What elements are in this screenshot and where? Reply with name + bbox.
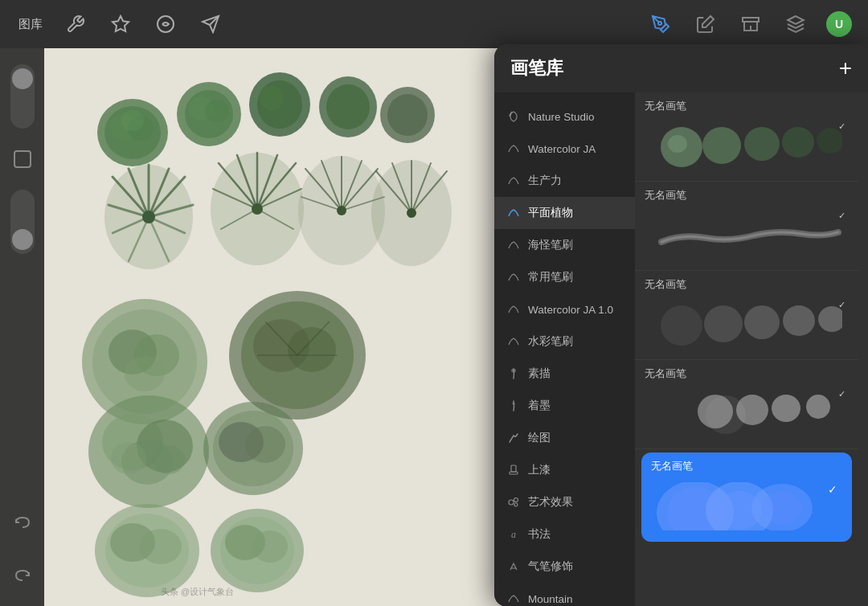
category-calligraphy[interactable]: a 书法 [494, 518, 635, 551]
svg-point-114 [744, 305, 780, 339]
svg-point-128 [763, 491, 801, 525]
svg-point-71 [125, 356, 165, 391]
size-slider[interactable] [10, 190, 35, 254]
top-toolbar: 图库 [0, 0, 868, 48]
svg-point-104 [514, 503, 518, 506]
smudge-icon[interactable] [151, 10, 180, 39]
category-productivity[interactable]: 生产力 [494, 165, 635, 197]
category-airbrush[interactable]: 气笔修饰 [494, 551, 635, 583]
avatar[interactable]: U [826, 11, 852, 37]
category-label: 艺术效果 [528, 495, 573, 510]
brush-name-3: 无名画笔 [645, 277, 849, 292]
add-brush-button[interactable]: + [839, 57, 852, 80]
watercolor-brush-icon [506, 334, 522, 350]
svg-rect-101 [510, 472, 518, 474]
svg-point-22 [260, 85, 284, 111]
category-paint[interactable]: 上漆 [494, 454, 635, 486]
category-label: 海怪笔刷 [528, 238, 573, 252]
brush-preview-2: ✓ [645, 207, 849, 264]
undo-button[interactable] [8, 508, 37, 537]
svg-rect-6 [743, 18, 759, 22]
svg-point-97 [252, 530, 288, 563]
watercolor-ja10-icon [506, 301, 522, 317]
brush-list: 无名画笔 ✓ [635, 92, 858, 606]
category-sketch[interactable]: 素描 [494, 358, 635, 390]
art-effects-icon [506, 494, 522, 510]
calligraphy-icon: a [506, 526, 522, 543]
svg-point-112 [661, 305, 702, 346]
svg-point-89 [245, 426, 285, 463]
svg-point-107 [668, 135, 687, 153]
flat-plants-icon [506, 205, 522, 221]
category-drawing[interactable]: 绘图 [494, 422, 635, 454]
redo-button[interactable] [8, 561, 37, 590]
svg-point-75 [288, 327, 336, 372]
category-label: Nature Studio [528, 111, 595, 123]
svg-point-102 [509, 500, 514, 505]
opacity-slider[interactable] [10, 64, 35, 129]
category-watercolor-brush[interactable]: 水彩笔刷 [494, 326, 635, 358]
brush-preview-1: ✓ [645, 118, 849, 174]
svg-point-93 [140, 529, 182, 564]
category-label: 上漆 [528, 463, 551, 477]
send-icon[interactable] [196, 10, 225, 39]
watermark: 头条 @设计气象台 [161, 586, 234, 598]
svg-point-26 [387, 94, 428, 136]
svg-marker-8 [788, 16, 804, 24]
magic-icon[interactable] [106, 10, 135, 39]
nature-studio-icon [506, 109, 522, 125]
category-watercolor-ja[interactable]: Watercolor JA [494, 133, 635, 165]
svg-point-66 [407, 208, 416, 218]
category-label: 平面植物 [528, 206, 573, 220]
productivity-icon [506, 173, 522, 189]
brush-panel: 画笔库 + Nature Studio [494, 44, 868, 606]
brush-item-4[interactable]: 无名画笔 ✓ [635, 360, 858, 449]
left-sidebar [0, 48, 44, 606]
brush-preview-5: ✓ [651, 478, 842, 534]
category-ink[interactable]: 着墨 [494, 390, 635, 422]
toolbar-right: U [646, 10, 852, 39]
layers-icon[interactable] [781, 10, 810, 39]
svg-point-24 [326, 84, 370, 129]
eraser-icon[interactable] [736, 10, 765, 39]
category-flat-plants[interactable]: 平面植物 [494, 197, 635, 229]
brush-item-5[interactable]: 无名画笔 ✓ [641, 452, 852, 542]
brush-item-3[interactable]: 无名画笔 ✓ [635, 271, 858, 360]
brush-item-1[interactable]: 无名画笔 ✓ [635, 92, 858, 182]
gallery-button[interactable]: 图库 [16, 10, 45, 39]
brush-preview-3: ✓ [645, 297, 849, 353]
svg-point-103 [514, 498, 518, 502]
airbrush-icon [506, 559, 522, 575]
brush-name-5: 无名画笔 [651, 459, 842, 473]
category-common-brush[interactable]: 常用笔刷 [494, 261, 635, 293]
category-watercolor-ja-10[interactable]: Watercolor JA 1.0 [494, 293, 635, 326]
category-mountain[interactable]: Mountain [494, 583, 635, 606]
svg-point-84 [111, 442, 146, 474]
category-nature-studio[interactable]: Nature Studio [494, 100, 635, 133]
category-monster-brush[interactable]: 海怪笔刷 [494, 229, 635, 261]
category-art-effects[interactable]: 艺术效果 [494, 486, 635, 518]
category-label: 水彩笔刷 [528, 334, 573, 349]
color-square[interactable] [8, 145, 37, 174]
toolbar-left: 图库 [16, 10, 225, 39]
category-label: Watercolor JA [528, 143, 596, 155]
svg-point-59 [337, 206, 346, 215]
category-label: Watercolor JA 1.0 [528, 304, 613, 316]
svg-point-109 [744, 127, 780, 161]
svg-point-108 [702, 127, 741, 164]
category-label: 着墨 [528, 399, 551, 413]
common-brush-icon [506, 269, 522, 285]
brush-categories: Nature Studio Watercolor JA 生产力 [494, 92, 635, 606]
brush-name-1: 无名画笔 [645, 99, 849, 113]
svg-point-4 [658, 22, 661, 25]
pen-active-icon[interactable] [646, 10, 675, 39]
pen-dark-icon[interactable] [691, 10, 720, 39]
brush-preview-4: ✓ [645, 386, 849, 442]
panel-header: 画笔库 + [494, 44, 868, 92]
wrench-icon[interactable] [61, 10, 90, 39]
brush-item-2[interactable]: 无名画笔 ✓ [635, 182, 858, 271]
svg-marker-0 [113, 16, 129, 31]
ink-icon [506, 398, 522, 414]
svg-point-121 [772, 395, 800, 422]
paint-icon [506, 462, 522, 478]
